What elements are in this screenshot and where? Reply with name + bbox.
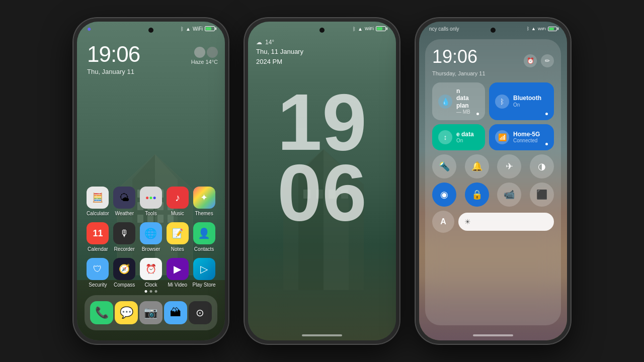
airplane-btn[interactable]: ✈ [497, 154, 521, 178]
battery-icon [205, 26, 215, 31]
app-mivideo[interactable]: ▶ Mi Video [165, 258, 191, 288]
compass-label: Compass [114, 282, 135, 288]
home-indicator-2 [302, 334, 342, 336]
wifi-text: Home-5G Connected [513, 131, 541, 144]
brightness-slider[interactable]: ☀ [458, 213, 554, 231]
calculator-label: Calculator [87, 211, 109, 216]
browser-icon: 🌐 [140, 222, 162, 244]
ctrl-buttons-row2: ◉ 🔒 📹 ⬛ [432, 183, 554, 207]
cc-action-icons: ⏰ ✏ [524, 54, 554, 67]
battery-icon-3 [548, 27, 557, 31]
temp-2: 14° [265, 39, 274, 46]
app-dock: 📞 💬 📷 🏔 ⊙ [85, 295, 217, 330]
flashlight-btn[interactable]: 🔦 [432, 154, 456, 178]
app-recorder[interactable]: 🎙 Recorder [111, 222, 137, 252]
camera-hole-3 [491, 28, 496, 33]
wifi-dot [545, 143, 548, 145]
cc-edit-icon[interactable]: ✏ [541, 54, 554, 67]
app-clock[interactable]: ⏰ Clock [138, 258, 164, 288]
status-left: ● [87, 25, 91, 33]
app-music[interactable]: ♪ Music [165, 187, 191, 216]
weather-app-icon: 🌤 [113, 187, 135, 209]
cc-alarm-icon[interactable]: ⏰ [524, 54, 537, 67]
tile-bluetooth[interactable]: ᛒ Bluetooth On [489, 82, 554, 120]
weather-label: Weather [115, 211, 134, 216]
app-compass[interactable]: 🧭 Compass [111, 258, 137, 288]
recorder-icon: 🎙 [113, 222, 135, 244]
weather-widget: Haze 14°C [191, 47, 218, 65]
phone-3-screen: ncy calls only ᛒ ▲ WiFi 19:06 ⏰ ✏ [419, 22, 567, 340]
security-label: Security [89, 282, 107, 288]
playstore-label: Play Store [193, 282, 216, 288]
cc-time-value: 19:06 [432, 46, 477, 67]
security-icon: 🛡 [87, 258, 109, 280]
app-row-3: 🛡 Security 🧭 Compass ⏰ Clock ▶ Mi Video … [85, 258, 217, 288]
calendar-icon: 11 [87, 222, 109, 244]
status-right-2: ᛒ ▲ WiFi [353, 26, 386, 32]
bluetooth-tile-icon: ᛒ [495, 95, 509, 109]
wifi-title: Home-5G [513, 131, 541, 138]
mivideo-label: Mi Video [168, 282, 187, 288]
mobile-data-sub: On [456, 138, 479, 144]
tile-wifi[interactable]: 📶 Home-5G Connected [489, 124, 554, 150]
app-themes[interactable]: ✦ Themes [191, 187, 217, 216]
dot-3 [155, 290, 157, 293]
dock-messages[interactable]: 💬 [115, 301, 138, 324]
phone-2-big-clock: 1 9 0 6 [248, 82, 396, 233]
wifi-icon: WiFi [193, 26, 203, 32]
bell-btn[interactable]: 🔔 [465, 154, 489, 178]
digit-6: 6 [322, 152, 367, 233]
phone-2-weather: ☁ 14° [256, 39, 274, 46]
weather-icon-2: ☁ [256, 39, 262, 46]
data-plan-icon: 💧 [438, 95, 452, 109]
data-plan-text: n data plan — MB [456, 87, 472, 115]
tools-label: Tools [145, 211, 156, 216]
app-notes[interactable]: 📝 Notes [165, 222, 191, 252]
quick-tiles: 💧 n data plan — MB ᛒ Bluetooth On [432, 82, 554, 150]
phone-2-screen: ᛒ ▲ WiFi ☁ 14° Thu, 11 January 2024 PM 1… [248, 22, 396, 340]
invert-btn[interactable]: ◑ [530, 154, 554, 178]
app-calendar[interactable]: 11 Calendar [85, 222, 111, 252]
clock-icon: ⏰ [140, 258, 162, 280]
dot-1 [145, 290, 147, 293]
data-plan-dot [476, 113, 479, 115]
phone-1: ● ᛒ ▲ WiFi 19:06 Thu, January 11 Haze 14… [73, 18, 229, 344]
video-btn[interactable]: 📹 [497, 183, 521, 207]
bluetooth-dot [545, 113, 548, 115]
dock-scan[interactable]: ⊙ [189, 301, 212, 324]
phone-3: ncy calls only ᛒ ▲ WiFi 19:06 ⏰ ✏ [415, 18, 571, 344]
tile-data-plan[interactable]: 💧 n data plan — MB [432, 82, 485, 120]
app-security[interactable]: 🛡 Security [85, 258, 111, 288]
notes-icon: 📝 [167, 222, 189, 244]
big-clock-digits: 1 9 0 6 [248, 82, 396, 233]
clock-label: Clock [144, 282, 157, 288]
cc-time-row: 19:06 ⏰ ✏ [432, 46, 554, 67]
screenrecord-btn[interactable]: ⬛ [530, 183, 554, 207]
app-tools[interactable]: ●●● Tools [138, 187, 164, 216]
phone-1-time: 19:06 [87, 42, 140, 67]
rotation-lock-btn[interactable]: 🔒 [465, 183, 489, 207]
dock-camera[interactable]: 📷 [139, 301, 163, 324]
dot-2 [150, 290, 152, 293]
compass-icon: 🧭 [113, 258, 135, 280]
bluetooth-sub: On [513, 102, 541, 108]
app-grid: 🧮 Calculator 🌤 Weather ●●● Tools ♪ Music [85, 187, 217, 288]
app-contacts[interactable]: 👤 Contacts [191, 222, 217, 252]
tile-mobile-data[interactable]: ↕ e data On [432, 124, 485, 150]
app-calculator[interactable]: 🧮 Calculator [85, 187, 111, 216]
home-indicator-3 [473, 334, 513, 336]
location-btn[interactable]: ◉ [432, 183, 456, 207]
app-weather[interactable]: 🌤 Weather [111, 187, 137, 216]
wifi-sub: Connected [513, 138, 541, 144]
dock-phone[interactable]: 📞 [90, 301, 113, 324]
dock-gallery[interactable]: 🏔 [164, 301, 187, 324]
app-playstore[interactable]: ▷ Play Store [191, 258, 217, 288]
data-plan-sub: — MB [456, 109, 472, 115]
phone-2: ᛒ ▲ WiFi ☁ 14° Thu, 11 January 2024 PM 1… [244, 18, 400, 344]
themes-label: Themes [195, 211, 213, 216]
font-btn[interactable]: A [432, 211, 454, 233]
music-label: Music [171, 211, 184, 216]
wifi-icon-3: WiFi [538, 27, 546, 31]
phone-1-screen: ● ᛒ ▲ WiFi 19:06 Thu, January 11 Haze 14… [77, 22, 225, 340]
app-browser[interactable]: 🌐 Browser [138, 222, 164, 252]
